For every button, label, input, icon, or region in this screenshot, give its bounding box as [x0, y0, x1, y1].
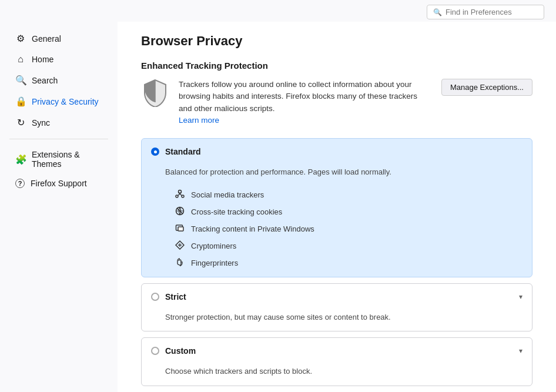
custom-chevron-icon: ▾ — [519, 347, 522, 355]
gear-icon: ⚙ — [15, 33, 26, 44]
section-title: Enhanced Tracking Protection — [141, 61, 532, 71]
strict-option-label: Strict — [165, 292, 186, 301]
list-item: Tracking content in Private Windows — [175, 223, 522, 234]
sidebar-label-general: General — [32, 34, 61, 43]
search-icon: 🔍 — [433, 8, 442, 16]
find-in-preferences-bar[interactable]: 🔍 — [427, 5, 544, 19]
strict-radio[interactable] — [151, 293, 159, 301]
tracker-list: Social media trackers Cross-site trackin… — [142, 186, 532, 277]
list-item: Cross-site tracking cookies — [175, 206, 522, 217]
tracking-protection-header: Trackers follow you around online to col… — [141, 79, 532, 126]
social-tracker-label: Social media trackers — [191, 190, 264, 199]
custom-option-description: Choose which trackers and scripts to blo… — [142, 364, 532, 385]
custom-radio[interactable] — [151, 347, 159, 355]
cross-site-icon — [175, 206, 185, 217]
sidebar-label-support: Firefox Support — [31, 179, 87, 188]
standard-option-header[interactable]: Standard — [142, 139, 532, 165]
home-icon: ⌂ — [15, 54, 26, 65]
custom-option-label: Custom — [165, 346, 196, 356]
cryptominer-icon — [175, 240, 185, 252]
cross-site-label: Cross-site tracking cookies — [191, 207, 282, 216]
strict-option-description: Stronger protection, but may cause some … — [142, 310, 532, 331]
fingerprinter-label: Fingerprinters — [191, 259, 238, 267]
sync-icon: ↻ — [15, 117, 26, 128]
standard-option-description: Balanced for protection and performance.… — [142, 165, 532, 186]
fingerprinter-icon — [175, 257, 185, 269]
custom-option-card: Custom ▾ Choose which trackers and scrip… — [141, 337, 532, 386]
list-item: Cryptominers — [175, 240, 522, 252]
sidebar-label-extensions: Extensions & Themes — [32, 150, 102, 169]
sidebar-item-sync[interactable]: ↻ Sync — [4, 112, 114, 133]
social-tracker-icon — [175, 189, 185, 200]
list-item: Fingerprinters — [175, 257, 522, 269]
main-content: Browser Privacy Enhanced Tracking Protec… — [118, 22, 556, 392]
learn-more-link[interactable]: Learn more — [179, 116, 219, 125]
sidebar-item-privacy[interactable]: 🔒 Privacy & Security — [4, 91, 114, 112]
svg-point-2 — [176, 195, 178, 197]
sidebar-item-home[interactable]: ⌂ Home — [4, 49, 114, 69]
private-window-icon — [175, 223, 185, 234]
lock-icon: 🔒 — [15, 96, 26, 107]
standard-radio[interactable] — [151, 148, 159, 156]
sidebar-item-support[interactable]: ? Firefox Support — [4, 174, 114, 193]
svg-rect-10 — [178, 227, 183, 231]
strict-option-card: Strict ▾ Stronger protection, but may ca… — [141, 283, 532, 331]
svg-point-3 — [182, 195, 184, 197]
extensions-icon: 🧩 — [15, 154, 26, 165]
sidebar-item-general[interactable]: ⚙ General — [4, 28, 114, 49]
sidebar-label-privacy: Privacy & Security — [32, 97, 99, 106]
sidebar-label-sync: Sync — [32, 118, 50, 128]
support-icon: ? — [15, 179, 25, 188]
page-title: Browser Privacy — [141, 33, 532, 49]
sidebar-item-extensions[interactable]: 🧩 Extensions & Themes — [4, 145, 114, 173]
sidebar-label-search: Search — [32, 76, 58, 85]
shield-icon — [141, 79, 169, 107]
sidebar: ⚙ General ⌂ Home 🔍 Search 🔒 Privacy & Se… — [0, 22, 118, 392]
sidebar-divider — [9, 139, 108, 139]
list-item: Social media trackers — [175, 189, 522, 200]
tracking-content-label: Tracking content in Private Windows — [191, 225, 314, 233]
custom-option-header[interactable]: Custom ▾ — [142, 338, 532, 364]
standard-option-label: Standard — [165, 147, 201, 156]
search-nav-icon: 🔍 — [15, 75, 26, 86]
find-in-preferences-input[interactable] — [446, 8, 538, 16]
sidebar-item-search[interactable]: 🔍 Search — [4, 70, 114, 91]
strict-option-header[interactable]: Strict ▾ — [142, 284, 532, 310]
cryptominer-label: Cryptominers — [191, 242, 236, 250]
strict-chevron-icon: ▾ — [519, 293, 522, 301]
standard-option-card: Standard Balanced for protection and per… — [141, 138, 532, 277]
tracking-description: Trackers follow you around online to col… — [179, 79, 432, 126]
sidebar-label-home: Home — [32, 55, 53, 64]
manage-exceptions-button[interactable]: Manage Exceptions... — [441, 79, 532, 96]
